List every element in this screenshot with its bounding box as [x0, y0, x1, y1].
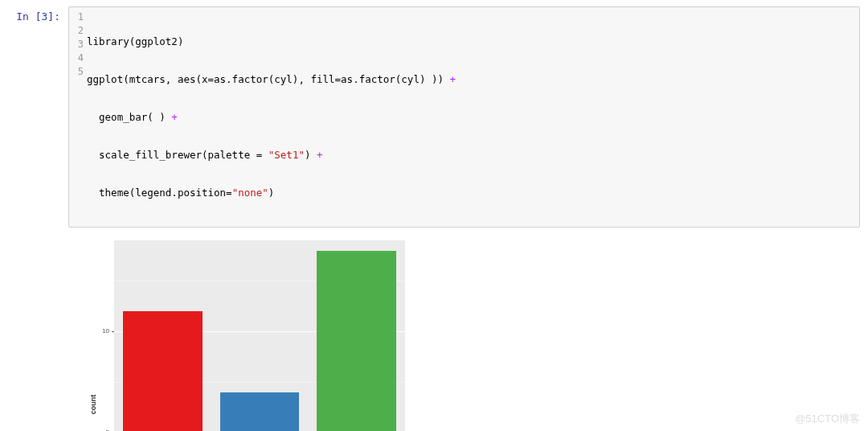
- code-content[interactable]: library(ggplot2) ggplot(mtcars, aes(x=as…: [87, 10, 456, 224]
- line-number: 3: [69, 38, 84, 51]
- line-number-gutter: 1 2 3 4 5: [69, 10, 87, 224]
- y-axis-label: count: [89, 395, 97, 415]
- line-number: 1: [69, 10, 84, 24]
- y-tick: [112, 331, 114, 332]
- notebook-cell: In [3]: 1 2 3 4 5 library(ggplot2) ggplo…: [0, 0, 868, 228]
- watermark: @51CTO博客: [795, 412, 860, 426]
- line-number: 4: [69, 51, 84, 65]
- cell-prompt: In [3]:: [8, 6, 68, 228]
- ggplot-bar-chart: count as.factor(cyl) 0510468: [72, 236, 410, 431]
- chart-panel: [114, 240, 405, 431]
- output-area: count as.factor(cyl) 0510468: [0, 228, 868, 431]
- y-tick-label: 10: [102, 327, 109, 335]
- code-input-block[interactable]: 1 2 3 4 5 library(ggplot2) ggplot(mtcars…: [68, 6, 860, 228]
- line-number: 5: [69, 65, 84, 79]
- line-number: 2: [69, 24, 84, 38]
- bar-4: [123, 311, 203, 431]
- bar-6: [220, 392, 300, 431]
- bar-8: [317, 251, 396, 431]
